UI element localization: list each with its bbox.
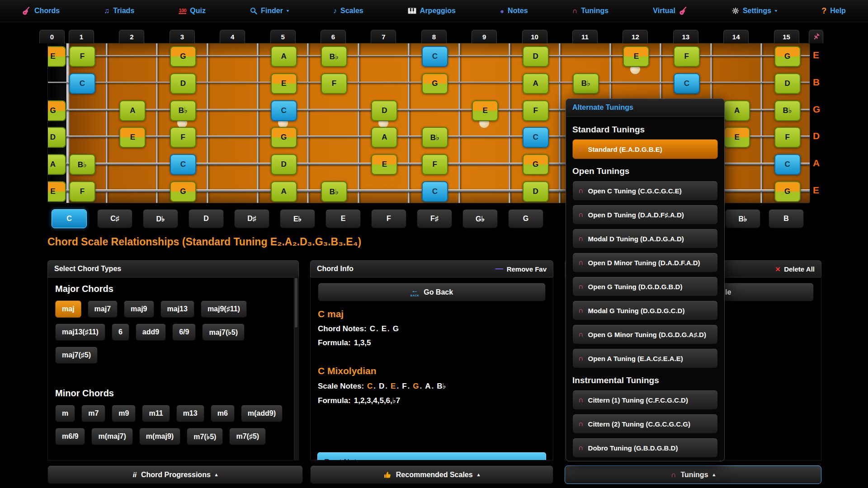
chord-type-m13[interactable]: m13 — [176, 405, 204, 422]
nav-item-triads[interactable]: ♫Triads — [104, 7, 134, 15]
chord-type-m11[interactable]: m11 — [142, 405, 170, 422]
tuning-option-cittern-2-tuning-c-g-c-g-c-g[interactable]: ∩Cittern (2) Tuning (C.G.C.G.C.G) — [572, 414, 718, 434]
tuning-option-open-d-tuning-d-a-d-fsharp-a-d[interactable]: ∩Open D Tuning (D.A.D.F♯.A.D) — [572, 205, 718, 225]
remove-fav-button[interactable]: — Remove Fav — [495, 264, 547, 273]
delete-all-button[interactable]: × Delete All — [775, 265, 815, 273]
nav-label: Quiz — [190, 7, 206, 15]
note-select-fsharp[interactable]: F♯ — [417, 209, 452, 228]
root-note-label: Root Note — [324, 458, 361, 460]
nav-item-finder[interactable]: Finder▾ — [250, 7, 289, 15]
chord-type-m-maj9[interactable]: m(maj9) — [139, 428, 180, 445]
chord-type-m6[interactable]: m6 — [211, 405, 235, 422]
chord-notes-line: Chord Notes:C.E.G — [318, 324, 546, 333]
tuning-label: Open D Minor Tuning (D.A.D.F.A.D) — [588, 259, 700, 267]
chord-groups: Major Chordsmajmaj7maj9maj13maj9(♯11)maj… — [55, 284, 291, 445]
note-select-gflat[interactable]: G♭ — [462, 209, 498, 228]
chord-type-maj9-sharp11[interactable]: maj9(♯11) — [201, 300, 247, 318]
chord-type-m-maj7[interactable]: m(maj7) — [91, 428, 132, 445]
chord-type-m[interactable]: m — [55, 405, 75, 422]
scale-name: C Mixolydian — [318, 366, 546, 376]
chord-types-panel: Select Chord Types Major Chordsmajmaj7ma… — [47, 260, 299, 460]
hundred-icon: 100 — [179, 8, 186, 14]
chord-type-add9[interactable]: add9 — [136, 324, 166, 341]
note-select-dsharp[interactable]: D♯ — [234, 209, 269, 228]
chord-type-m7[interactable]: m7 — [81, 405, 105, 422]
tuning-option-dobro-tuning-g-b-d-g-b-d[interactable]: ∩Dobro Tuning (G.B.D.G.B.D) — [572, 438, 718, 458]
tuning-fork-icon: ∩ — [578, 259, 584, 266]
chord-chip-row: majmaj7maj9maj13maj9(♯11)maj13(♯11)6add9… — [55, 300, 291, 364]
nav-item-virtual[interactable]: Virtual — [653, 7, 688, 15]
nav-item-tunings[interactable]: ∩Tunings — [572, 7, 609, 15]
nav-item-chords[interactable]: Chords — [22, 7, 60, 15]
tuning-option-open-a-tuning-e-a-csharp-e-a-e[interactable]: ∩Open A Tuning (E.A.C♯.E.A.E) — [572, 348, 718, 368]
note-select-b[interactable]: B — [769, 209, 804, 228]
note-select-c[interactable]: C — [52, 209, 87, 228]
chord-type-maj7-flat5[interactable]: maj7(♭5) — [202, 324, 245, 341]
tuning-label: Open G Minor Tuning (D.G.D.G.A♯.D) — [588, 331, 706, 338]
tunings-dropdown-title: Alternate Tunings — [572, 103, 633, 112]
nav-label: Virtual — [653, 7, 675, 15]
chord-type-m7-flat5[interactable]: m7(♭5) — [187, 428, 223, 445]
tuning-option-open-g-minor-tuning-d-g-d-g-asharp-d[interactable]: ∩Open G Minor Tuning (D.G.D.G.A♯.D) — [572, 324, 718, 344]
tuning-label: Modal D Tuning (D.A.D.G.A.D) — [588, 235, 684, 243]
bottom-button-label: Tunings — [681, 471, 708, 479]
caret-up-icon: ▴ — [713, 472, 716, 477]
chord-info-title: Chord Info — [317, 265, 354, 273]
nav-label: Help — [830, 7, 846, 15]
nav-item-settings[interactable]: Settings▾ — [732, 7, 777, 15]
chord-type-maj[interactable]: maj — [55, 300, 81, 318]
root-note-legend[interactable]: Root Note — [317, 452, 546, 460]
tuning-option-cittern-1-tuning-c-f-c-g-c-d[interactable]: ∩Cittern (1) Tuning (C.F.C.G.C.D) — [572, 390, 718, 410]
nav-item-arpeggios[interactable]: Arpeggios — [408, 7, 456, 15]
nav-item-notes[interactable]: ●Notes — [500, 7, 528, 15]
tuning-option-open-c-tuning-c-g-c-g-c-e[interactable]: ∩Open C Tuning (C.G.C.G.C.E) — [572, 181, 718, 201]
nav-item-scales[interactable]: ♪Scales — [333, 7, 363, 15]
tuning-option-modal-d-tuning-d-a-d-g-a-d[interactable]: ∩Modal D Tuning (D.A.D.G.A.D) — [572, 229, 718, 249]
bottom-button-chord-progressions[interactable]: iiChord Progressions▴ — [47, 465, 303, 484]
chord-type-m6-9[interactable]: m6/9 — [55, 428, 85, 445]
tuning-option-modal-g-tuning-d-g-d-g-c-d[interactable]: ∩Modal G Tuning (D.G.D.G.C.D) — [572, 300, 718, 320]
chord-type-maj9[interactable]: maj9 — [124, 300, 154, 318]
tuning-fork-icon: ∩ — [578, 420, 584, 427]
nav-item-help[interactable]: ?Help — [821, 7, 846, 15]
bottom-button-tunings[interactable]: ∩Tunings▴ — [565, 465, 821, 484]
tuning-option-open-g-tuning-d-g-d-g-b-d[interactable]: ∩Open G Tuning (D.G.D.G.B.D) — [572, 277, 718, 296]
note-select-eflat[interactable]: E♭ — [280, 209, 315, 228]
note-select-dflat[interactable]: D♭ — [143, 209, 178, 228]
caret-down-icon: ▾ — [287, 9, 289, 13]
tuning-fork-icon: ∩ — [578, 187, 584, 194]
chord-type-m9[interactable]: m9 — [112, 405, 136, 422]
caret-up-icon: ▴ — [477, 472, 480, 477]
note-select-bflat[interactable]: B♭ — [725, 209, 760, 228]
chord-type-m7-sharp5[interactable]: m7(♯5) — [229, 428, 266, 445]
note-select-d[interactable]: D — [189, 209, 224, 228]
tuning-option-standard-e-a-d-g-b-e[interactable]: ∩Standard (E.A.D.G.B.E) — [572, 139, 718, 159]
scrollbar[interactable] — [294, 277, 298, 460]
note-select-csharp[interactable]: C♯ — [97, 209, 132, 228]
chord-type-maj7[interactable]: maj7 — [88, 300, 118, 318]
separator: . — [432, 382, 434, 390]
chord-type-maj13-sharp11[interactable]: maj13(♯11) — [55, 324, 105, 341]
nav-label: Settings — [743, 7, 771, 15]
nav-label: Chords — [34, 7, 60, 15]
chord-type-m-add9[interactable]: m(add9) — [241, 405, 283, 422]
chord-type-maj13[interactable]: maj13 — [160, 300, 194, 318]
note-select-e[interactable]: E — [326, 209, 361, 228]
chord-type-6-9[interactable]: 6/9 — [172, 324, 196, 341]
note-token-f: F — [402, 382, 406, 390]
go-back-button[interactable]: ←BACK Go Back — [318, 283, 546, 301]
go-back-label: Go Back — [424, 288, 453, 296]
bottom-button-recommended-scales[interactable]: Recommended Scales▴ — [310, 465, 553, 484]
note-select-g[interactable]: G — [508, 209, 543, 228]
chord-type-6[interactable]: 6 — [112, 324, 129, 341]
tuning-option-open-d-minor-tuning-d-a-d-f-a-d[interactable]: ∩Open D Minor Tuning (D.A.D.F.A.D) — [572, 253, 718, 272]
note-select-f[interactable]: F — [371, 209, 406, 228]
scrollbar-thumb[interactable] — [295, 278, 297, 328]
back-arrow-icon: ←BACK — [410, 287, 419, 296]
chord-type-maj7-sharp5[interactable]: maj7(♯5) — [55, 347, 98, 364]
chord-formula-label: Formula: — [318, 338, 351, 347]
music-note-icon: ♪ — [333, 7, 337, 14]
nav-item-quiz[interactable]: 100Quiz — [179, 7, 206, 15]
bottom-button-label: Chord Progressions — [141, 471, 211, 479]
tuning-fork-icon: ∩ — [671, 471, 676, 479]
